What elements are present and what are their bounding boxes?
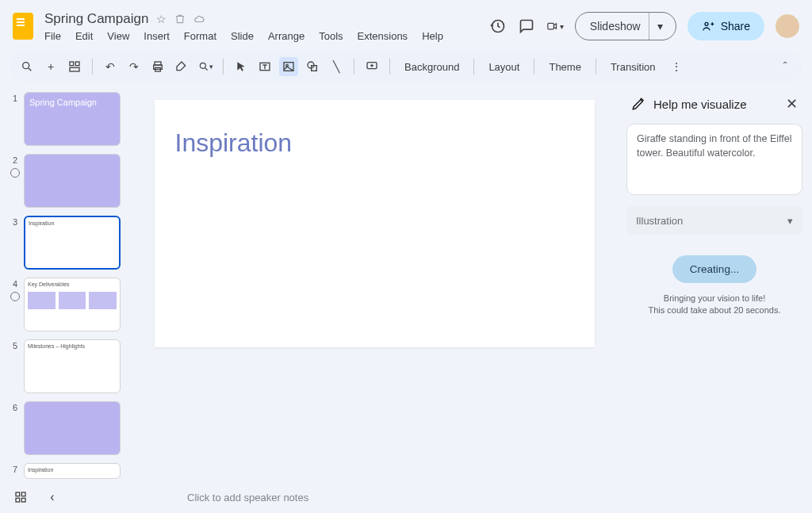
menu-help[interactable]: Help [422, 30, 443, 42]
document-title[interactable]: Spring Campaign [44, 11, 148, 27]
prompt-textarea[interactable]: Giraffe standing in front of the Eiffel … [626, 124, 802, 195]
link-icon [10, 168, 20, 178]
meet-icon[interactable]: ▾ [546, 17, 564, 35]
thumb-4[interactable]: 4 Key Deliverables [10, 278, 132, 331]
help-me-visualize-panel: Help me visualize ✕ Giraffe standing in … [622, 87, 812, 482]
background-button[interactable]: Background [398, 61, 465, 73]
thumb-preview [24, 154, 121, 208]
search-icon[interactable] [17, 57, 36, 76]
svg-rect-18 [16, 498, 20, 502]
undo-icon[interactable]: ↶ [101, 57, 120, 76]
bottom-bar: ‹ Click to add speaker notes [0, 481, 812, 513]
chevron-down-icon: ▾ [787, 215, 793, 227]
slideshow-button[interactable]: Slideshow ▾ [575, 12, 676, 40]
titlebar: Spring Campaign ☆ File Edit View Insert … [0, 0, 812, 46]
thumb-preview: Inspiration [24, 216, 121, 270]
textbox-icon[interactable] [255, 57, 274, 76]
move-icon[interactable] [174, 13, 186, 25]
svg-rect-5 [70, 67, 79, 71]
svg-point-2 [23, 63, 29, 69]
menu-slide[interactable]: Slide [231, 30, 254, 42]
paint-format-icon[interactable] [172, 57, 191, 76]
svg-rect-16 [16, 492, 20, 496]
svg-point-1 [705, 22, 708, 25]
magic-pencil-icon [631, 97, 645, 111]
slideshow-dropdown[interactable]: ▾ [649, 13, 671, 40]
svg-point-9 [200, 63, 205, 68]
svg-rect-4 [75, 62, 79, 66]
new-slide-icon[interactable]: + [41, 57, 60, 76]
account-avatar[interactable] [776, 14, 799, 38]
menu-arrange[interactable]: Arrange [268, 30, 304, 42]
link-icon [10, 292, 20, 301]
svg-rect-19 [21, 498, 25, 502]
share-icon [702, 20, 714, 33]
thumb-1[interactable]: 1 Spring Campaign [10, 92, 132, 146]
thumb-preview [24, 401, 121, 455]
comment-add-icon[interactable] [362, 57, 381, 76]
slide-thumbnails: 1 Spring Campaign 2 3 Inspiration 4 Key … [0, 87, 135, 482]
thumb-5[interactable]: 5 Milestones – Highlights [10, 339, 132, 393]
menu-tools[interactable]: Tools [319, 30, 343, 42]
close-icon[interactable]: ✕ [786, 95, 798, 113]
layout-button[interactable]: Layout [482, 61, 526, 73]
thumb-preview: Key Deliverables [24, 278, 121, 331]
line-icon[interactable]: ╲ [327, 57, 346, 76]
collapse-toolbar-icon[interactable]: ˆ [776, 57, 795, 76]
menu-edit[interactable]: Edit [75, 30, 93, 42]
star-icon[interactable]: ☆ [155, 13, 167, 25]
canvas-area: Inspiration [135, 87, 622, 482]
status-message: Bringing your vision to life! This could… [626, 293, 802, 317]
share-button[interactable]: Share [688, 12, 764, 40]
prev-slide-icon[interactable]: ‹ [44, 489, 60, 505]
header-actions: ▾ Slideshow ▾ Share [489, 12, 799, 40]
slideshow-label: Slideshow [590, 20, 641, 33]
thumb-3[interactable]: 3 Inspiration [10, 216, 132, 270]
thumb-preview: Inspiration [24, 463, 121, 479]
menu-bar: File Edit View Insert Format Slide Arran… [44, 27, 489, 42]
layout-icon[interactable] [65, 57, 84, 76]
select-icon[interactable] [232, 57, 251, 76]
cloud-icon[interactable] [193, 13, 205, 25]
main-area: 1 Spring Campaign 2 3 Inspiration 4 Key … [0, 87, 812, 482]
shape-icon[interactable] [303, 57, 322, 76]
thumb-preview: Spring Campaign [24, 92, 121, 146]
menu-extensions[interactable]: Extensions [358, 30, 408, 42]
thumb-7[interactable]: 7 Inspiration [10, 463, 132, 479]
svg-rect-3 [70, 62, 74, 66]
comment-icon[interactable] [518, 17, 535, 35]
grid-view-icon[interactable] [13, 489, 29, 505]
thumb-2[interactable]: 2 [10, 154, 132, 208]
menu-insert[interactable]: Insert [144, 30, 170, 42]
title-block: Spring Campaign ☆ File Edit View Insert … [44, 11, 489, 42]
slides-logo[interactable] [13, 13, 33, 40]
svg-rect-0 [548, 23, 554, 29]
slide-canvas[interactable]: Inspiration [155, 100, 595, 347]
menu-file[interactable]: File [44, 30, 61, 42]
thumb-preview: Milestones – Highlights [24, 339, 121, 393]
toolbar: + ↶ ↷ ▾ ╲ Background Layout Theme Transi… [10, 51, 802, 82]
redo-icon[interactable]: ↷ [124, 57, 144, 76]
slide-title[interactable]: Inspiration [175, 128, 574, 158]
zoom-icon[interactable]: ▾ [196, 57, 215, 76]
speaker-notes[interactable]: Click to add speaker notes [76, 492, 799, 503]
svg-rect-17 [21, 492, 25, 496]
history-icon[interactable] [489, 17, 507, 35]
image-icon[interactable] [279, 57, 298, 76]
style-dropdown[interactable]: Illustration ▾ [626, 206, 802, 235]
transition-button[interactable]: Transition [604, 61, 662, 73]
print-icon[interactable] [148, 57, 167, 76]
thumb-6[interactable]: 6 [10, 401, 132, 455]
panel-title: Help me visualize [653, 98, 747, 111]
more-icon[interactable]: ⋮ [667, 57, 686, 76]
create-button[interactable]: Creating... [672, 255, 756, 283]
style-value: Illustration [636, 215, 683, 227]
share-label: Share [721, 20, 750, 33]
theme-button[interactable]: Theme [542, 61, 587, 73]
menu-view[interactable]: View [107, 30, 129, 42]
menu-format[interactable]: Format [184, 30, 216, 42]
